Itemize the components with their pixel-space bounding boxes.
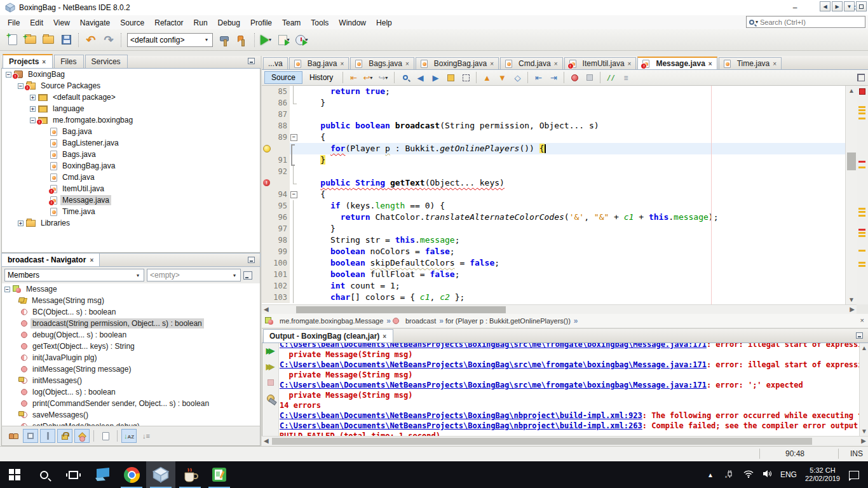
member-setDebugMode[interactable]: setDebugMode(boolean debug) bbox=[2, 421, 260, 426]
tab-list-dropdown-button[interactable]: ▼ bbox=[844, 1, 855, 11]
quick-search[interactable]: ▾ bbox=[746, 16, 865, 28]
java-taskbar-button[interactable] bbox=[175, 461, 205, 488]
scroll-down-icon[interactable]: ▼ bbox=[860, 428, 868, 435]
code-line-86[interactable]: 86 } bbox=[262, 97, 845, 109]
close-icon[interactable]: × bbox=[628, 60, 632, 67]
toggle-highlight-button[interactable] bbox=[444, 71, 458, 84]
run-project-button[interactable]: ▾ bbox=[259, 32, 275, 48]
new-file-button[interactable] bbox=[4, 32, 21, 48]
show-static-button[interactable] bbox=[40, 429, 55, 443]
tree-item-source-packages[interactable]: −Source Packages bbox=[2, 80, 260, 92]
tree-toggle-icon[interactable]: + bbox=[30, 106, 36, 112]
scrollbar-thumb[interactable] bbox=[847, 152, 856, 170]
code-line-103[interactable]: 103 char[] colors = { c1, c2 }; bbox=[262, 292, 845, 303]
tree-toggle-icon[interactable]: − bbox=[4, 287, 10, 292]
menu-window[interactable]: Window bbox=[334, 17, 371, 29]
close-icon[interactable]: × bbox=[405, 60, 409, 67]
inherited-view-button[interactable] bbox=[243, 271, 252, 280]
action-center-icon[interactable] bbox=[849, 471, 859, 479]
new-project-button[interactable] bbox=[22, 32, 39, 48]
open-project-button[interactable] bbox=[40, 32, 57, 48]
menu-tools[interactable]: Tools bbox=[306, 17, 334, 29]
maximize-editor-button[interactable] bbox=[856, 1, 867, 11]
close-icon[interactable]: × bbox=[773, 60, 776, 67]
volume-icon[interactable] bbox=[758, 470, 777, 480]
close-icon[interactable]: × bbox=[383, 333, 386, 340]
minimize-panel-icon[interactable] bbox=[248, 58, 255, 64]
member-getText[interactable]: getText(Object... keys) : String bbox=[2, 341, 260, 352]
clean-build-button[interactable] bbox=[234, 32, 250, 48]
search-input[interactable] bbox=[760, 18, 849, 26]
show-non-public-button[interactable] bbox=[57, 429, 72, 443]
inherit-combobox[interactable]: <empty>▾ bbox=[147, 269, 241, 281]
toggle-bookmark-button[interactable]: ◇ bbox=[510, 71, 524, 84]
stop-build-button[interactable] bbox=[265, 377, 276, 388]
menu-run[interactable]: Run bbox=[189, 17, 213, 29]
warning-mark[interactable] bbox=[858, 166, 865, 168]
warning-mark[interactable] bbox=[858, 235, 865, 237]
minimize-button[interactable]: – bbox=[780, 0, 810, 15]
warning-mark[interactable] bbox=[858, 265, 865, 267]
code-line-89[interactable]: 89 { bbox=[262, 132, 845, 143]
tree-item-baglistener-java[interactable]: BagListener.java bbox=[2, 137, 260, 149]
output-tab[interactable]: Output - BoxingBag (clean,jar)× bbox=[263, 329, 393, 342]
close-icon[interactable]: × bbox=[90, 257, 93, 264]
member-init[interactable]: init(JavaPlugin plg) bbox=[2, 352, 260, 363]
menu-help[interactable]: Help bbox=[371, 17, 397, 29]
show-inherited-button[interactable] bbox=[6, 429, 21, 443]
tab-services[interactable]: Services bbox=[85, 55, 128, 68]
view-tab-source[interactable]: Source bbox=[264, 71, 302, 84]
navigator-class-row[interactable]: −Message bbox=[2, 283, 260, 295]
tree-item-me-fromgate-boxingbag[interactable]: −me.fromgate.boxingbag bbox=[2, 114, 260, 126]
output-horizontal-scrollbar[interactable]: ◀ ▶ bbox=[262, 436, 868, 445]
tree-item-language[interactable]: +language bbox=[2, 103, 260, 114]
tab-files[interactable]: Files bbox=[54, 55, 83, 68]
netbeans-taskbar-button[interactable] bbox=[146, 461, 175, 488]
uncomment-button[interactable]: ≡ bbox=[619, 71, 633, 84]
scroll-tabs-right-button[interactable]: ▶ bbox=[832, 1, 843, 11]
code-line-100[interactable]: 100 boolean skipDefaultColors = false; bbox=[262, 257, 845, 269]
scroll-right-icon[interactable]: ▶ bbox=[850, 306, 855, 313]
shift-line-left-button[interactable]: ⇤ bbox=[531, 71, 545, 84]
warning-mark[interactable] bbox=[858, 215, 865, 217]
code-line-98[interactable]: 98 String str = this.message; bbox=[262, 234, 845, 246]
tree-item-itemutil-java[interactable]: ItemUtil.java bbox=[2, 183, 260, 194]
tray-chevron-icon[interactable]: ▲ bbox=[701, 471, 720, 478]
comment-button[interactable]: ​// bbox=[604, 71, 618, 84]
warning-mark[interactable] bbox=[858, 250, 865, 252]
close-icon[interactable]: × bbox=[490, 60, 494, 67]
scroll-left-icon[interactable]: ◀ bbox=[264, 437, 269, 444]
debug-project-button[interactable]: ▾ bbox=[276, 32, 293, 48]
error-annotation-icon[interactable] bbox=[262, 177, 272, 189]
menu-navigate[interactable]: Navigate bbox=[75, 17, 115, 29]
tree-toggle-icon[interactable]: − bbox=[6, 72, 11, 78]
member-Message[interactable]: Message(String msg) bbox=[2, 295, 260, 306]
tree-toggle-icon[interactable]: − bbox=[18, 83, 24, 89]
ant-settings-button[interactable] bbox=[265, 393, 276, 403]
editor-tab-itemutil-java[interactable]: ItemUtil.java× bbox=[564, 57, 637, 69]
find-selection-button[interactable] bbox=[398, 71, 412, 84]
stop-macro-recording-button[interactable] bbox=[583, 71, 597, 84]
close-icon[interactable]: × bbox=[340, 60, 344, 67]
tree-item-boxingbag-java[interactable]: BoxingBag.java bbox=[2, 160, 260, 172]
editor-tab-time-java[interactable]: Time.java× bbox=[719, 57, 782, 69]
member-saveMessages[interactable]: saveMessages() bbox=[2, 409, 260, 421]
code-line-92[interactable]: 92 bbox=[262, 166, 845, 177]
safely-remove-icon[interactable]: x bbox=[720, 470, 739, 480]
find-previous-button[interactable]: ◀ bbox=[413, 71, 427, 84]
split-document-icon[interactable] bbox=[857, 74, 865, 81]
code-line-99[interactable]: 99 boolean noColors = false; bbox=[262, 246, 845, 257]
code-line-95[interactable]: 95 if (keys.length == 0) { bbox=[262, 200, 845, 212]
member-log[interactable]: log(Object... s) : boolean bbox=[2, 386, 260, 398]
tree-item-boxingbag[interactable]: −BoxingBag bbox=[2, 69, 260, 80]
scrollbar-thumb[interactable] bbox=[272, 438, 812, 445]
code-line-90[interactable]: for(Player p : Bukkit.getOnlinePlayers()… bbox=[262, 143, 845, 154]
code-line-87[interactable]: 87 bbox=[262, 109, 845, 120]
rerun-with-options-button[interactable]: ▶▶ bbox=[265, 362, 276, 372]
editor-tab-bag-java[interactable]: Bag.java× bbox=[289, 57, 349, 69]
close-icon[interactable]: × bbox=[554, 60, 558, 67]
language-indicator[interactable]: ENG bbox=[777, 470, 800, 479]
code-line-96[interactable]: 96 return ChatColor.translateAlternateCo… bbox=[262, 212, 845, 223]
editor-tab-message-java[interactable]: Message.java× bbox=[637, 57, 717, 69]
view-tab-history[interactable]: History bbox=[302, 71, 340, 84]
